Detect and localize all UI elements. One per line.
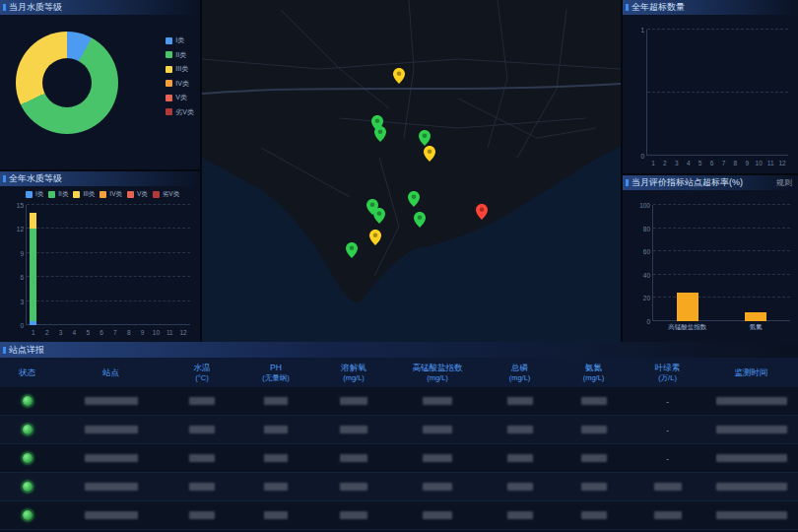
redacted-value (189, 426, 215, 433)
table-row[interactable] (0, 473, 798, 501)
gridline (653, 204, 790, 205)
redacted-value (264, 426, 288, 433)
legend-item[interactable]: II类 (166, 50, 194, 60)
legend-swatch (166, 37, 172, 44)
x-axis-label: 3 (675, 160, 679, 166)
redacted-value (423, 483, 452, 491)
redacted-value (189, 454, 215, 462)
table-row[interactable] (0, 501, 798, 530)
column-unit: (无量纲) (236, 373, 315, 382)
bar[interactable] (745, 312, 766, 321)
table-row[interactable]: - (0, 387, 798, 416)
column-header-dissolved_oxygen: 溶解氧(mg/L) (315, 363, 392, 382)
year-quality-plot: 03691215123456789101112 (26, 205, 190, 325)
legend-item[interactable]: 劣V类 (166, 107, 194, 117)
map-pin-green[interactable] (408, 191, 420, 207)
map-pin-red[interactable] (476, 204, 488, 220)
x-axis-label: 2 (663, 160, 667, 166)
cell-chlorophyll: - (631, 454, 704, 463)
cell-ph (236, 397, 315, 405)
cell-monitor_time (704, 454, 798, 462)
map-pin-green[interactable] (414, 212, 426, 228)
table-row[interactable]: - (0, 444, 798, 473)
cell-chlorophyll: - (631, 426, 704, 434)
legend-item[interactable]: 劣V类 (153, 190, 179, 199)
panel-title: 全年超标数量 (623, 0, 798, 15)
x-axis-label: 4 (73, 329, 77, 336)
legend-label: II类 (175, 50, 186, 60)
map-pin-yellow[interactable] (393, 68, 405, 84)
redacted-value (85, 397, 138, 405)
legend-swatch (48, 191, 55, 198)
cell-monitor_time (704, 483, 798, 491)
legend-label: IV类 (109, 190, 122, 199)
bar[interactable] (677, 293, 698, 322)
legend-item[interactable]: I类 (166, 35, 194, 45)
cell-status (0, 453, 54, 463)
cell-ammonia_nitrogen (557, 511, 631, 519)
redacted-value (716, 397, 787, 405)
table-row[interactable]: - (0, 416, 798, 444)
cell-station (54, 483, 167, 491)
map-pin-yellow[interactable] (424, 146, 435, 162)
y-axis-label: 0 (632, 318, 650, 325)
map-pin-green[interactable] (373, 208, 385, 224)
year-quality-panel: 全年水质等级 I类II类III类IV类V类劣V类 036912151234567… (0, 171, 200, 342)
legend-item[interactable]: IV类 (100, 190, 122, 199)
map-pin-green[interactable] (346, 242, 358, 258)
redacted-value (654, 483, 682, 491)
y-axis-label: 3 (5, 298, 24, 304)
cell-station (54, 397, 167, 405)
column-unit: (mg/L) (483, 373, 557, 382)
map-pin-green[interactable] (374, 126, 386, 142)
cell-ammonia_nitrogen (557, 397, 631, 405)
map-pin-green[interactable] (419, 130, 431, 146)
x-axis-label: 9 (745, 160, 749, 166)
redacted-value (189, 483, 215, 491)
water-quality-dashboard: 当月水质等级 I类II类III类IV类V类劣V类 全年水质等级 I类II类III… (0, 0, 798, 532)
legend-item[interactable]: V类 (127, 190, 148, 199)
rule-link[interactable]: 规则 (776, 177, 792, 188)
column-header-status: 状态 (0, 367, 54, 378)
cell-ph (236, 454, 315, 462)
cell-permanganate_index (392, 483, 483, 491)
cell-dissolved_oxygen (315, 483, 392, 491)
gridline (27, 228, 190, 229)
month-quality-donut[interactable] (16, 32, 118, 134)
cell-status (0, 510, 54, 520)
x-axis-label: 10 (756, 160, 763, 166)
legend-swatch (100, 191, 106, 198)
cell-ph (236, 483, 315, 491)
y-axis-label: 0 (626, 153, 644, 160)
legend-swatch (127, 191, 134, 198)
month-rate-plot: 020406080100高锰酸盐指数氨氮 (652, 205, 790, 321)
legend-item[interactable]: III类 (166, 64, 194, 74)
gridline (647, 29, 788, 30)
legend-item[interactable]: I类 (26, 190, 43, 199)
gridline (647, 155, 788, 156)
redacted-value (716, 454, 787, 462)
legend-item[interactable]: IV类 (166, 79, 194, 89)
column-label: PH (236, 363, 315, 373)
cell-station (54, 454, 167, 462)
gridline (27, 324, 190, 325)
redacted-value (264, 511, 288, 519)
redacted-value (264, 454, 288, 462)
column-header-ph: PH(无量纲) (236, 363, 315, 382)
legend-item[interactable]: II类 (48, 190, 68, 199)
cell-ammonia_nitrogen (557, 454, 631, 462)
column-label: 水温 (167, 363, 236, 373)
map-pin-yellow[interactable] (369, 230, 381, 245)
column-header-water_temp: 水温(°C) (167, 363, 236, 382)
redacted-value (507, 511, 533, 519)
legend-swatch (166, 95, 172, 101)
month-quality-legend: I类II类III类IV类V类劣V类 (166, 35, 194, 117)
redacted-value (85, 483, 138, 491)
legend-item[interactable]: III类 (73, 190, 95, 199)
cell-station (54, 511, 167, 519)
map[interactable] (202, 0, 621, 342)
x-axis-label: 1 (32, 329, 35, 336)
legend-item[interactable]: V类 (166, 93, 194, 102)
column-label: 站点 (54, 367, 167, 378)
legend-label: III类 (83, 190, 95, 199)
